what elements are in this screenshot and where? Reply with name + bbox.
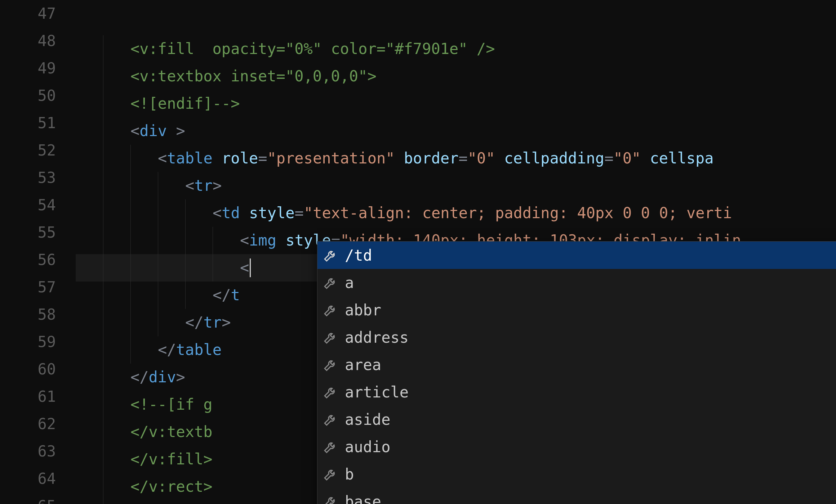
line-number: 51 (0, 109, 76, 137)
wrench-icon (323, 357, 338, 373)
code-line[interactable]: <tr> (76, 172, 836, 199)
code-line-text: </tr> (76, 314, 231, 331)
line-number: 62 (0, 410, 76, 438)
code-line[interactable]: <v:textbox inset="0,0,0,0"> (76, 63, 836, 90)
autocomplete-item-label: aside (345, 411, 390, 428)
autocomplete-item-label: abbr (345, 301, 381, 319)
line-number: 56 (0, 246, 76, 274)
autocomplete-item[interactable]: base (317, 488, 836, 504)
code-line-text: <tr> (76, 177, 222, 194)
autocomplete-item-label: area (345, 356, 381, 374)
wrench-icon (323, 466, 338, 482)
autocomplete-item-label: base (345, 493, 381, 504)
autocomplete-item-label: /td (345, 247, 372, 264)
autocomplete-item-label: article (345, 383, 409, 401)
line-number: 59 (0, 328, 76, 356)
line-number: 50 (0, 82, 76, 109)
autocomplete-item[interactable]: aside (317, 406, 836, 433)
code-editor[interactable]: 47484950515253545556575859606162636465 <… (0, 0, 836, 504)
line-number: 58 (0, 301, 76, 328)
wrench-icon (323, 247, 338, 263)
autocomplete-item-label: audio (345, 438, 390, 456)
line-number: 65 (0, 492, 76, 504)
line-number-gutter: 47484950515253545556575859606162636465 (0, 0, 76, 504)
wrench-icon (323, 384, 338, 400)
wrench-icon (323, 302, 338, 318)
wrench-icon (323, 494, 338, 504)
autocomplete-item-label: a (345, 274, 354, 292)
wrench-icon (323, 329, 338, 345)
line-number: 63 (0, 438, 76, 465)
code-line-text: </v:fill> (76, 450, 213, 468)
line-number: 60 (0, 356, 76, 383)
autocomplete-item[interactable]: b (317, 460, 836, 488)
wrench-icon (323, 439, 338, 455)
line-number: 52 (0, 137, 76, 164)
code-line[interactable]: <div > (76, 117, 836, 145)
line-number: 61 (0, 383, 76, 410)
code-line-text: <td style="text-align: center; padding: … (76, 204, 732, 222)
code-line[interactable]: <v:fill opacity="0%" color="#f7901e" /> (76, 35, 836, 63)
autocomplete-item[interactable]: /td (317, 242, 836, 269)
code-line-text: <div > (76, 122, 185, 140)
code-line-text: <![endif]--> (76, 95, 240, 112)
line-number: 55 (0, 219, 76, 246)
autocomplete-item-label: address (345, 329, 409, 346)
code-line-text: < (76, 259, 251, 276)
autocomplete-item[interactable]: a (317, 269, 836, 296)
code-line-text: <table role="presentation" border="0" ce… (76, 149, 714, 167)
wrench-icon (323, 275, 338, 291)
line-number: 47 (0, 0, 76, 27)
code-line-text: <v:fill opacity="0%" color="#f7901e" /> (76, 40, 495, 58)
autocomplete-item[interactable]: address (317, 324, 836, 351)
line-number: 53 (0, 164, 76, 192)
autocomplete-item[interactable]: area (317, 351, 836, 378)
code-line-text: </div> (76, 368, 185, 386)
autocomplete-item[interactable]: article (317, 378, 836, 406)
line-number: 54 (0, 192, 76, 219)
code-line-text: </v:rect> (76, 478, 213, 495)
code-line-text: <v:textbox inset="0,0,0,0"> (76, 67, 377, 85)
line-number: 57 (0, 274, 76, 301)
line-number: 49 (0, 55, 76, 82)
autocomplete-item[interactable]: audio (317, 433, 836, 460)
line-number: 64 (0, 465, 76, 492)
wrench-icon (323, 411, 338, 427)
code-line-text: </table (76, 341, 222, 359)
line-number: 48 (0, 27, 76, 55)
code-line[interactable]: <td style="text-align: center; padding: … (76, 199, 836, 227)
autocomplete-popup[interactable]: /tdaabbraddressareaarticleasideaudiobbas… (317, 241, 836, 504)
code-area[interactable]: <v:fill opacity="0%" color="#f7901e" /><… (76, 0, 836, 504)
code-line-text: </v:textb (76, 423, 213, 441)
text-cursor (250, 258, 251, 277)
autocomplete-item[interactable]: abbr (317, 296, 836, 324)
code-line-text: <!--[if g (76, 396, 213, 413)
autocomplete-item-label: b (345, 465, 354, 483)
code-line[interactable]: <![endif]--> (76, 90, 836, 117)
code-line[interactable]: <table role="presentation" border="0" ce… (76, 145, 836, 172)
